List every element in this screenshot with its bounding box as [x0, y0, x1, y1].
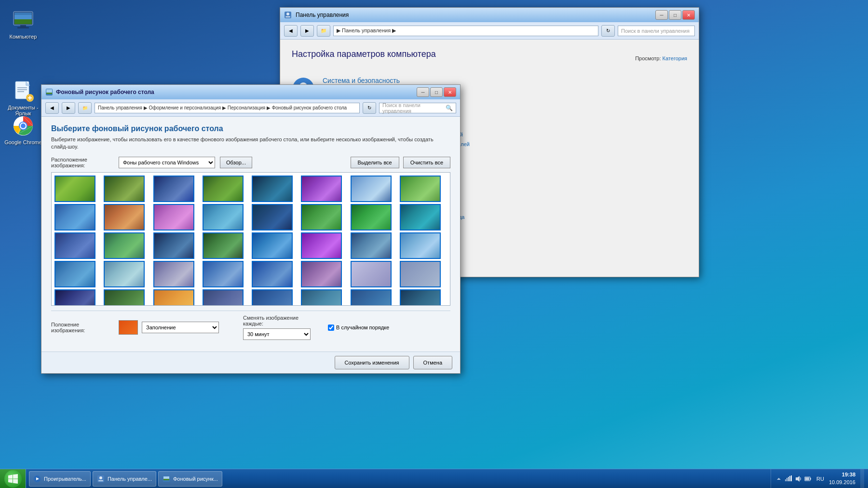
bg-folder-btn[interactable]: 📁 [78, 102, 92, 114]
wallpaper-item-22[interactable] [301, 232, 342, 259]
taskbar-item-cpanel-label: Панель управле... [108, 476, 152, 482]
wallpaper-item-24[interactable] [400, 232, 441, 259]
wallpaper-item-19[interactable] [153, 232, 194, 259]
wallpaper-item-5[interactable] [252, 176, 293, 202]
desktop-icon-computer[interactable]: Компьютер [4, 9, 42, 40]
wallpaper-item-12[interactable] [203, 204, 244, 230]
wallpaper-item-10[interactable] [104, 204, 145, 230]
wallpaper-item-4[interactable] [203, 176, 244, 202]
bg-heading: Выберите фоновый рисунок рабочего стола [51, 124, 450, 133]
wallpaper-item-1[interactable] [54, 176, 95, 202]
bg-back-btn[interactable]: ◀ [45, 102, 59, 114]
player-icon [33, 475, 41, 483]
wallpaper-item-36[interactable] [203, 289, 244, 306]
wallpaper-item-23[interactable] [351, 232, 392, 259]
cp-back-btn[interactable]: ◀ [284, 25, 298, 37]
taskbar-item-cpanel[interactable]: Панель управле... [93, 471, 156, 487]
cp-minimize-btn[interactable]: ─ [655, 10, 668, 20]
wallpaper-item-20[interactable] [203, 232, 244, 259]
cp-address-path[interactable]: ▶ Панель управления ▶ [333, 26, 598, 36]
bg-minimize-btn[interactable]: ─ [417, 87, 429, 97]
bg-forward-btn[interactable]: ▶ [62, 102, 75, 114]
wallpaper-item-21[interactable] [252, 232, 293, 259]
wallpaper-item-34[interactable] [104, 289, 145, 306]
cp-maximize-btn[interactable]: □ [669, 10, 681, 20]
wallpaper-item-37[interactable] [252, 289, 293, 306]
bg-clear-all-button[interactable]: Очистить все [403, 157, 450, 168]
bg-description: Выберите изображение, чтобы использовать… [51, 136, 450, 151]
bg-cancel-button[interactable]: Отмена [413, 356, 452, 369]
volume-tray-icon [794, 475, 802, 483]
taskbar-item-bg[interactable]: Фоновый рисунк... [158, 471, 222, 487]
wallpaper-item-11[interactable] [153, 204, 194, 230]
svg-rect-50 [787, 478, 787, 481]
wallpaper-item-32[interactable] [400, 261, 441, 287]
bg-bottom-controls: Положение изображения: Заполнение Сменят… [51, 311, 450, 344]
bg-interval-select[interactable]: 30 минут [243, 328, 311, 340]
wallpaper-item-35[interactable] [153, 289, 194, 306]
wallpaper-item-13[interactable] [252, 204, 293, 230]
wallpaper-item-25[interactable] [54, 261, 95, 287]
bg-location-select[interactable]: Фоны рабочего стола Windows [119, 157, 215, 168]
wallpaper-item-14[interactable] [301, 204, 342, 230]
wallpaper-item-15[interactable] [351, 204, 392, 230]
windows-logo-icon [8, 474, 18, 484]
tray-date: 10.09.2016 [829, 479, 855, 486]
desktop-icon-chrome[interactable]: Google Chrome [4, 114, 42, 145]
svg-rect-5 [14, 19, 32, 24]
chrome-icon-label: Google Chrome [4, 139, 42, 145]
wallpaper-item-26[interactable] [104, 261, 145, 287]
wallpaper-item-27[interactable] [153, 261, 194, 287]
wallpaper-item-8[interactable] [400, 176, 441, 202]
svg-point-18 [286, 13, 289, 15]
bg-address-path[interactable]: Панель управления ▶ Оформление и персона… [95, 103, 360, 113]
wallpaper-item-17[interactable] [54, 232, 95, 259]
wallpaper-item-31[interactable] [351, 261, 392, 287]
wallpaper-item-6[interactable] [301, 176, 342, 202]
svg-rect-57 [805, 477, 809, 480]
cp-system-title[interactable]: Система и безопасность [323, 77, 400, 84]
cp-search-box[interactable]: Поиск в панели управления [618, 26, 695, 36]
wallpaper-item-38[interactable] [301, 289, 342, 306]
bg-shuffle-checkbox-row: В случайном порядке [328, 325, 389, 331]
bg-position-select[interactable]: Заполнение [142, 322, 219, 333]
taskbar-item-player[interactable]: Проигрыватель... [29, 471, 91, 487]
lang-indicator[interactable]: RU [814, 475, 826, 483]
wallpaper-item-3[interactable] [153, 176, 194, 202]
cp-view-value[interactable]: Категория [663, 55, 687, 61]
wallpaper-item-30[interactable] [301, 261, 342, 287]
svg-rect-39 [46, 93, 52, 94]
bg-maximize-btn[interactable]: □ [430, 87, 443, 97]
wallpaper-item-33[interactable] [54, 289, 95, 306]
bg-refresh-btn[interactable]: ↻ [363, 102, 376, 114]
show-desktop-btn[interactable] [860, 469, 864, 488]
wallpaper-item-9[interactable] [54, 204, 95, 230]
wallpaper-item-7[interactable] [351, 176, 392, 202]
bg-image-grid-wrapper[interactable] [51, 172, 450, 306]
wallpaper-item-39[interactable] [351, 289, 392, 306]
wallpaper-item-2[interactable] [104, 176, 145, 202]
cp-close-btn[interactable]: ✕ [682, 10, 695, 20]
tray-expand-icon[interactable] [775, 475, 783, 483]
desktop-icon-documents[interactable]: Документы - Ярлык [4, 80, 42, 116]
bg-search-box[interactable]: Поиск в панели управления 🔍 [379, 103, 456, 113]
wallpaper-item-16[interactable] [400, 204, 441, 230]
wallpaper-item-29[interactable] [252, 261, 293, 287]
svg-rect-6 [14, 13, 32, 15]
cp-folder-btn[interactable]: 📁 [317, 25, 330, 37]
bg-addressbar: ◀ ▶ 📁 Панель управления ▶ Оформление и п… [41, 99, 460, 117]
bg-select-all-button[interactable]: Выделить все [351, 157, 399, 168]
taskbar-start-button[interactable] [0, 469, 26, 488]
bg-browse-button[interactable]: Обзор... [220, 157, 252, 168]
wallpaper-item-40[interactable] [400, 289, 441, 306]
bg-shuffle-checkbox[interactable] [328, 325, 334, 331]
bg-window-controls: ─ □ ✕ [417, 87, 456, 97]
cp-refresh-btn[interactable]: ↻ [601, 25, 615, 37]
bg-save-button[interactable]: Сохранить изменения [335, 356, 409, 369]
cp-forward-btn[interactable]: ▶ [300, 25, 314, 37]
bg-action-buttons: Выделить все Очистить все [351, 157, 450, 168]
bg-close-btn[interactable]: ✕ [444, 87, 456, 97]
wallpaper-item-18[interactable] [104, 232, 145, 259]
wallpaper-item-28[interactable] [203, 261, 244, 287]
cp-view-selector[interactable]: Просмотр: Категория [635, 55, 687, 61]
